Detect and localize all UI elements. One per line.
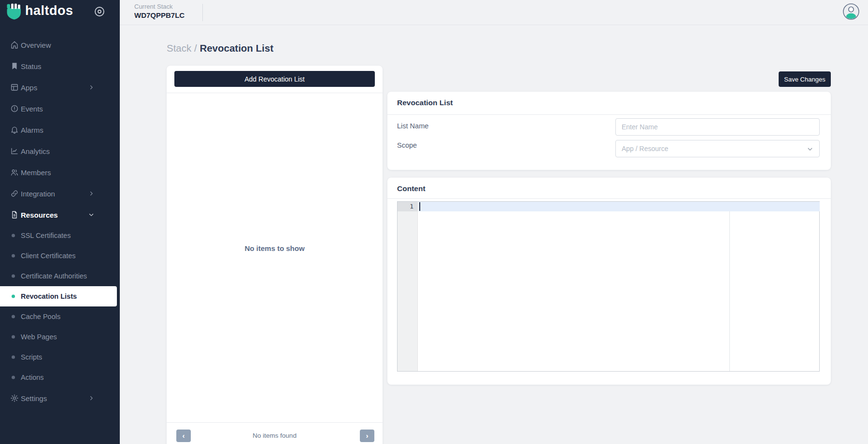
editor-active-line <box>418 202 820 211</box>
bell-icon <box>10 125 19 134</box>
bookmark-icon <box>10 62 19 70</box>
bullet-dot-icon <box>12 376 15 379</box>
sidebar-item-overview[interactable]: Overview <box>0 34 120 56</box>
form-section-title: Revocation List <box>397 98 453 107</box>
sidebar-item-scripts[interactable]: Scripts <box>0 347 120 367</box>
user-avatar-icon[interactable] <box>842 3 860 20</box>
editor-print-margin <box>729 202 730 371</box>
sidebar-item-actions[interactable]: Actions <box>0 367 120 388</box>
breadcrumb-separator: / <box>194 42 197 54</box>
current-stack-id: WD7QPPB7LC <box>134 11 185 20</box>
sidebar-item-status[interactable]: Status <box>0 56 120 77</box>
add-revocation-list-button[interactable]: Add Revocation List <box>174 71 375 87</box>
panel-divider <box>167 93 383 93</box>
save-changes-button[interactable]: Save Changes <box>779 71 831 87</box>
chevron-right-icon: › <box>366 431 369 440</box>
scope-select[interactable]: App / Resource <box>615 140 820 157</box>
bullet-dot-icon <box>12 295 15 298</box>
chevron-down-icon <box>807 146 813 153</box>
brand-name: haltdos <box>25 3 73 18</box>
bullet-dot-icon <box>12 234 15 237</box>
line-chart-icon <box>10 147 19 155</box>
list-name-label: List Name <box>397 122 428 130</box>
revocation-list-panel: Add Revocation List No items to show ‹ N… <box>167 66 383 444</box>
sidebar-item-members[interactable]: Members <box>0 162 120 183</box>
card-divider <box>387 114 831 115</box>
page-title: Revocation List <box>199 42 273 54</box>
alert-circle-icon <box>10 104 19 113</box>
apps-layout-icon <box>10 83 19 92</box>
sidebar-item-certificate-authorities[interactable]: Certificate Authorities <box>0 266 120 286</box>
home-icon <box>10 41 19 49</box>
users-icon <box>10 168 19 177</box>
list-name-input[interactable] <box>615 118 820 136</box>
sidebar-item-client-certificates[interactable]: Client Certificates <box>0 246 120 266</box>
topbar: Current Stack WD7QPPB7LC <box>120 0 868 25</box>
bullet-dot-icon <box>12 275 15 278</box>
scope-select-placeholder: App / Resource <box>622 145 669 153</box>
gear-icon <box>10 394 19 402</box>
empty-list-message: No items to show <box>167 244 383 252</box>
breadcrumb: Stack / Revocation List <box>167 42 273 54</box>
code-editor[interactable]: 1 <box>397 201 820 372</box>
sidebar-item-ssl-certificates[interactable]: SSL Certificates <box>0 225 120 246</box>
bullet-dot-icon <box>12 356 15 359</box>
sidebar-item-integration[interactable]: Integration <box>0 183 120 204</box>
sidebar-item-apps[interactable]: Apps <box>0 77 120 98</box>
scope-label: Scope <box>397 141 417 149</box>
target-toggle-icon[interactable] <box>94 6 105 17</box>
panel-divider <box>167 422 383 423</box>
content-card: Content 1 <box>387 178 831 385</box>
sidebar: haltdos Overview Status <box>0 0 120 444</box>
sidebar-menu: Overview Status Apps <box>0 34 120 409</box>
sidebar-item-web-pages[interactable]: Web Pages <box>0 327 120 347</box>
current-stack-block: Current Stack WD7QPPB7LC <box>134 3 185 20</box>
bullet-dot-icon <box>12 254 15 258</box>
logo-row: haltdos <box>0 0 120 25</box>
revocation-list-form-card: Revocation List List Name Scope App / Re… <box>387 92 831 170</box>
card-divider <box>387 198 831 199</box>
sidebar-item-revocation-lists[interactable]: Revocation Lists <box>0 286 117 306</box>
chevron-down-icon <box>88 211 95 218</box>
pagination-next-button[interactable]: › <box>360 430 374 442</box>
editor-cursor <box>419 202 420 211</box>
breadcrumb-parent[interactable]: Stack <box>167 42 191 54</box>
topbar-divider <box>202 4 203 21</box>
sidebar-item-settings[interactable]: Settings <box>0 388 120 409</box>
pagination-status: No items found <box>167 432 383 439</box>
sidebar-item-alarms[interactable]: Alarms <box>0 119 120 140</box>
sidebar-item-analytics[interactable]: Analytics <box>0 140 120 162</box>
chevron-right-icon <box>88 395 95 402</box>
chevron-right-icon <box>88 190 95 197</box>
chevron-right-icon <box>88 84 95 91</box>
editor-gutter: 1 <box>398 202 418 371</box>
sidebar-item-resources[interactable]: Resources <box>0 204 120 225</box>
haltdos-shield-icon <box>6 3 21 20</box>
sidebar-item-cache-pools[interactable]: Cache Pools <box>0 306 120 327</box>
bullet-dot-icon <box>12 315 15 319</box>
document-icon <box>10 210 19 219</box>
sidebar-item-events[interactable]: Events <box>0 98 120 119</box>
bullet-dot-icon <box>12 335 15 339</box>
content-section-title: Content <box>397 184 426 193</box>
link-icon <box>10 189 19 198</box>
current-stack-label: Current Stack <box>134 3 185 11</box>
editor-line-number: 1 <box>398 202 418 211</box>
